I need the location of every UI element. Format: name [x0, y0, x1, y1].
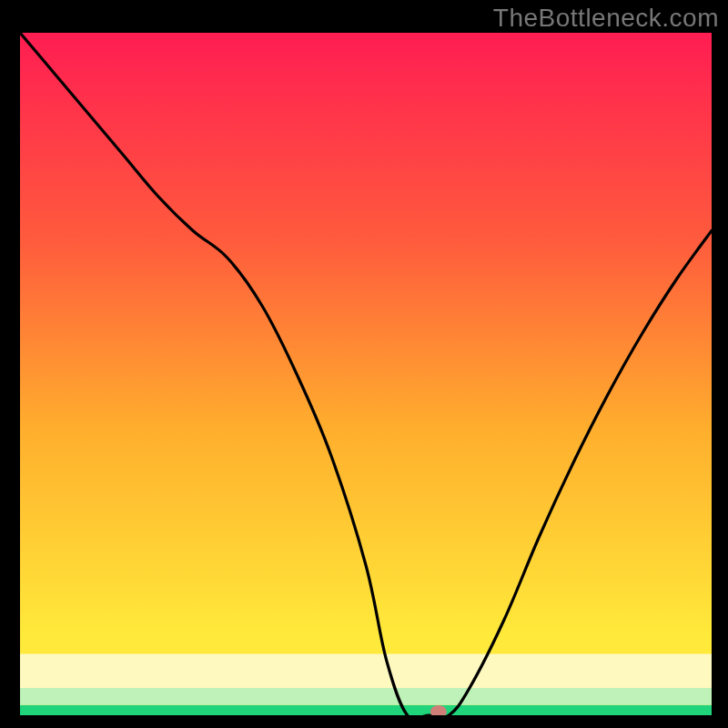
gradient-background	[20, 33, 712, 715]
plot-area	[20, 33, 712, 715]
band-rect	[20, 654, 712, 689]
bottom-bands	[20, 654, 712, 716]
chart-svg	[20, 33, 712, 715]
watermark-text: TheBottleneck.com	[493, 4, 719, 33]
chart-container: TheBottleneck.com	[0, 0, 728, 728]
band-rect	[20, 688, 712, 705]
band-rect	[20, 705, 712, 715]
